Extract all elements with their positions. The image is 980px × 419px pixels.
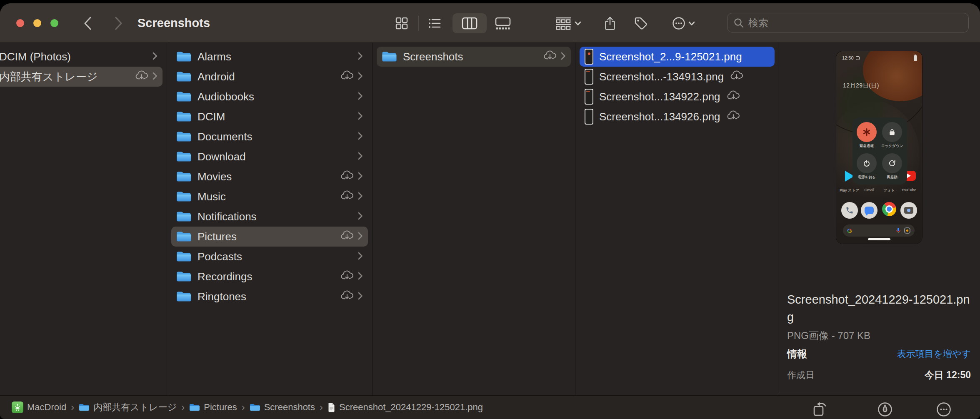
folder-icon <box>176 191 192 202</box>
markup-icon <box>877 401 893 418</box>
power-menu-restart-button[interactable] <box>882 153 902 173</box>
device-row[interactable]: DCIM (Photos) <box>0 47 162 67</box>
show-more-link[interactable]: 表示項目を増やす <box>897 348 971 360</box>
item-label: Android <box>198 70 235 83</box>
folder-row[interactable]: Screenshots <box>377 47 571 67</box>
chevron-right-icon <box>358 252 363 260</box>
folder-row[interactable]: Notifications <box>171 207 368 227</box>
column-view-button[interactable] <box>452 13 487 33</box>
chrome-icon <box>882 202 896 216</box>
folder-row[interactable]: DCIM <box>171 107 368 127</box>
search-input[interactable] <box>748 17 962 29</box>
share-button[interactable] <box>599 13 621 33</box>
power-menu-label: 緊急通報 <box>854 144 879 149</box>
minimize-button[interactable] <box>33 19 41 27</box>
preview-pane: 12月29日(日) Play ストアGmailフォトYouTube G <box>779 43 980 395</box>
folder-row[interactable]: Android <box>171 67 368 87</box>
chevron-right-icon <box>358 152 363 160</box>
messages-icon <box>861 202 878 219</box>
file-preview-image: 12月29日(日) Play ストアGmailフォトYouTube G <box>836 51 922 244</box>
phone-date: 12月29日(日) <box>843 82 879 90</box>
back-button[interactable] <box>79 3 96 43</box>
chevron-right-icon <box>358 232 363 240</box>
file-row[interactable]: Screenshot...134922.png <box>580 87 775 107</box>
folder-row[interactable]: Audiobooks <box>171 87 368 107</box>
folder-row[interactable]: Movies <box>171 167 368 187</box>
item-label: Screenshot_2...9-125021.png <box>599 50 742 63</box>
markup-action-button[interactable]: マークアップ <box>857 401 913 419</box>
folder-row[interactable]: Alarms <box>171 47 368 67</box>
group-button[interactable] <box>549 13 588 33</box>
rotate-ccw-icon <box>812 401 829 418</box>
folder-row[interactable]: Pictures <box>171 227 368 247</box>
folder-icon <box>176 151 192 162</box>
folder-icon <box>176 71 192 82</box>
phone-dock-row <box>840 202 919 219</box>
info-heading: 情報 <box>787 347 807 361</box>
emergency-icon <box>862 128 871 136</box>
power-menu-emergency-button[interactable] <box>857 122 877 142</box>
phone-status-bar: 12:50 <box>842 55 918 61</box>
power-icon <box>863 160 870 167</box>
file-thumbnail <box>585 69 593 85</box>
phone-time: 12:50 <box>842 55 854 60</box>
tags-button[interactable] <box>630 13 652 33</box>
phone-call-icon <box>841 202 858 219</box>
folder-icon <box>250 403 260 412</box>
gallery-view-button[interactable] <box>491 13 515 33</box>
more-action-button[interactable]: その他... <box>926 401 962 419</box>
folder-icon <box>176 171 192 182</box>
file-thumbnail <box>585 109 593 125</box>
created-label: 作成日 <box>787 369 815 382</box>
list-view-icon <box>428 17 441 30</box>
file-row[interactable]: Screenshot...-134913.png <box>580 67 775 87</box>
chevron-down-icon <box>575 21 581 26</box>
path-segment[interactable]: Screenshot_20241229-125021.png <box>328 402 483 413</box>
more-button[interactable] <box>664 13 702 33</box>
folder-row[interactable]: Podcasts <box>171 247 368 267</box>
close-button[interactable] <box>16 19 24 27</box>
folder-row[interactable]: Download <box>171 147 368 167</box>
folder-icon <box>79 403 90 412</box>
folder-row[interactable]: Ringtones <box>171 287 368 307</box>
cloud-download-icon <box>340 190 354 200</box>
mic-icon <box>896 227 901 234</box>
item-label: Pictures <box>198 230 237 243</box>
item-label: Alarms <box>198 50 231 63</box>
item-label: Screenshot...-134913.png <box>599 70 724 83</box>
folder-row[interactable]: Music <box>171 187 368 207</box>
power-menu-label: 電源を切る <box>854 175 879 180</box>
finder-window: Screenshots <box>0 3 980 419</box>
device-row[interactable]: 内部共有ストレージ <box>0 67 162 87</box>
quick-actions: 反時計回り に回転マークアップその他... <box>779 392 980 401</box>
item-label: Notifications <box>198 210 257 223</box>
path-segment[interactable]: Screenshots <box>250 402 315 413</box>
folder-icon <box>176 51 192 62</box>
zoom-button[interactable] <box>50 19 58 27</box>
rotate-ccw-action-button[interactable]: 反時計回り に回転 <box>798 401 844 419</box>
icon-view-button[interactable] <box>390 13 414 33</box>
path-segment[interactable]: MacDroid <box>12 402 66 413</box>
cloud-download-icon <box>340 170 354 180</box>
file-row[interactable]: Screenshot...134926.png <box>580 107 775 127</box>
window-title: Screenshots <box>138 3 210 43</box>
preview-file-meta: PNG画像 - 707 KB <box>787 329 870 342</box>
cloud-download-icon <box>543 50 557 60</box>
file-icon <box>328 402 335 412</box>
folder-row[interactable]: Recordings <box>171 267 368 287</box>
google-g-icon: G <box>847 227 852 234</box>
forward-button[interactable] <box>110 3 127 43</box>
path-segment[interactable]: Pictures <box>189 402 237 413</box>
path-segment[interactable]: 内部共有ストレージ <box>79 401 177 414</box>
list-view-button[interactable] <box>422 13 447 33</box>
files-column: Screenshot_2...9-125021.pngScreenshot...… <box>575 43 779 395</box>
power-menu-lock-button[interactable] <box>882 122 902 142</box>
file-row[interactable]: Screenshot_2...9-125021.png <box>580 47 775 67</box>
search-field[interactable] <box>727 13 969 32</box>
camera-icon <box>900 202 917 219</box>
power-menu-power-button[interactable] <box>857 153 877 173</box>
chevron-down-icon <box>688 21 695 26</box>
phone-app-label: フォト <box>879 188 899 193</box>
folder-row[interactable]: Documents <box>171 127 368 147</box>
chevron-right-icon <box>358 132 363 140</box>
